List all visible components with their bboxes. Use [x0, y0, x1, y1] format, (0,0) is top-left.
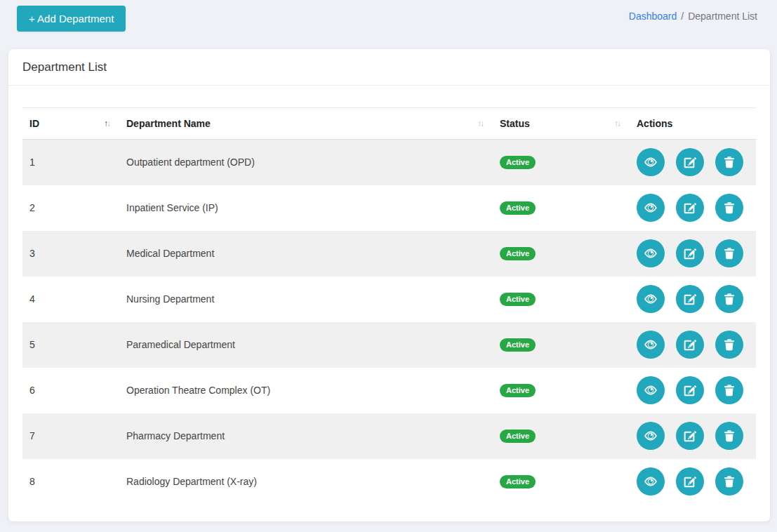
trash-icon: [722, 246, 736, 260]
status-badge: Active: [500, 430, 536, 443]
row-id: 5: [22, 322, 119, 368]
sort-icon: ↑↓: [614, 119, 620, 128]
breadcrumb-separator: /: [681, 11, 684, 22]
row-department-name: Radiology Department (X-ray): [119, 459, 493, 505]
view-button[interactable]: [637, 467, 665, 496]
edit-pencil-square-icon: [682, 429, 697, 444]
row-id: 6: [22, 368, 119, 413]
eye-icon: [643, 200, 658, 215]
table-row: 8 Radiology Department (X-ray) Active: [22, 459, 756, 505]
add-department-button[interactable]: + Add Department: [17, 6, 126, 32]
delete-button[interactable]: [715, 239, 743, 267]
column-label: Department Name: [126, 118, 211, 129]
row-id: 8: [22, 459, 119, 505]
edit-button[interactable]: [676, 239, 704, 267]
column-label: ID: [29, 118, 39, 129]
table-row: 5 Paramedical Department Active: [22, 322, 756, 368]
delete-button[interactable]: [715, 285, 743, 313]
view-button[interactable]: [637, 148, 665, 176]
view-button[interactable]: [637, 285, 665, 313]
row-id: 2: [22, 185, 119, 231]
trash-icon: [722, 201, 736, 215]
edit-pencil-square-icon: [682, 292, 697, 307]
trash-icon: [722, 292, 736, 306]
column-header-actions: Actions: [630, 108, 756, 140]
row-department-name: Nursing Department: [119, 277, 493, 322]
edit-pencil-square-icon: [682, 201, 697, 215]
table-body: 1 Outpatient department (OPD) Active: [22, 140, 756, 505]
column-header-status[interactable]: Status ↑↓: [493, 108, 630, 140]
view-button[interactable]: [637, 376, 665, 404]
view-button[interactable]: [637, 422, 665, 450]
table-row: 3 Medical Department Active: [22, 231, 756, 277]
row-id: 4: [22, 277, 119, 322]
delete-button[interactable]: [715, 331, 743, 359]
delete-button[interactable]: [715, 467, 743, 496]
edit-button[interactable]: [676, 376, 704, 404]
sort-icon: ↑↓: [477, 119, 483, 128]
eye-icon: [643, 246, 658, 261]
row-id: 7: [22, 413, 119, 459]
status-badge: Active: [500, 201, 536, 215]
view-button[interactable]: [637, 194, 665, 222]
status-badge: Active: [500, 475, 536, 488]
eye-icon: [643, 474, 658, 489]
column-label: Actions: [637, 118, 672, 129]
edit-button[interactable]: [676, 422, 704, 450]
eye-icon: [643, 337, 658, 352]
status-badge: Active: [500, 384, 536, 397]
delete-button[interactable]: [715, 376, 743, 404]
breadcrumb: Dashboard/Department List: [629, 11, 757, 22]
top-bar: + Add Department Dashboard/Department Li…: [0, 0, 777, 41]
breadcrumb-current: Department List: [688, 11, 757, 22]
trash-icon: [722, 429, 736, 443]
edit-button[interactable]: [676, 285, 704, 313]
trash-icon: [722, 383, 736, 397]
row-id: 1: [22, 140, 119, 185]
eye-icon: [643, 383, 658, 398]
status-badge: Active: [500, 293, 536, 306]
edit-button[interactable]: [676, 467, 704, 496]
table-row: 7 Pharmacy Department Active: [22, 413, 756, 459]
table-header-row: ID ↑↓ Department Name ↑↓ Status ↑↓ Actio…: [22, 108, 756, 140]
table-row: 4 Nursing Department Active: [22, 277, 756, 322]
delete-button[interactable]: [715, 422, 743, 450]
delete-button[interactable]: [715, 194, 743, 222]
row-department-name: Pharmacy Department: [119, 413, 493, 459]
card-body: ID ↑↓ Department Name ↑↓ Status ↑↓ Actio…: [8, 86, 770, 521]
table-row: 1 Outpatient department (OPD) Active: [22, 140, 756, 185]
department-list-card: Department List ID ↑↓ Department Name ↑↓: [8, 49, 770, 521]
column-header-department-name[interactable]: Department Name ↑↓: [119, 108, 493, 140]
status-badge: Active: [500, 156, 536, 169]
edit-pencil-square-icon: [682, 246, 697, 261]
page-title: Department List: [22, 60, 107, 74]
delete-button[interactable]: [715, 148, 743, 176]
row-department-name: Medical Department: [119, 231, 493, 277]
view-button[interactable]: [637, 239, 665, 267]
table-row: 2 Inpatient Service (IP) Active: [22, 185, 756, 231]
status-badge: Active: [500, 338, 536, 352]
breadcrumb-dashboard-link[interactable]: Dashboard: [629, 11, 677, 22]
table-row: 6 Operation Theatre Complex (OT) Active: [22, 368, 756, 413]
trash-icon: [722, 474, 736, 488]
row-department-name: Operation Theatre Complex (OT): [119, 368, 493, 413]
edit-pencil-square-icon: [682, 474, 697, 489]
trash-icon: [722, 338, 736, 352]
view-button[interactable]: [637, 331, 665, 359]
card-header: Department List: [8, 49, 770, 86]
department-table: ID ↑↓ Department Name ↑↓ Status ↑↓ Actio…: [22, 107, 756, 505]
row-department-name: Outpatient department (OPD): [119, 140, 493, 185]
edit-pencil-square-icon: [682, 338, 697, 352]
edit-pencil-square-icon: [682, 383, 697, 398]
edit-button[interactable]: [676, 194, 704, 222]
edit-button[interactable]: [676, 148, 704, 176]
edit-button[interactable]: [676, 331, 704, 359]
eye-icon: [643, 428, 658, 444]
sort-icon: ↑↓: [104, 119, 109, 128]
column-header-id[interactable]: ID ↑↓: [22, 108, 119, 140]
row-department-name: Inpatient Service (IP): [119, 185, 493, 231]
eye-icon: [643, 154, 658, 170]
row-department-name: Paramedical Department: [119, 322, 493, 368]
column-label: Status: [500, 118, 530, 129]
eye-icon: [643, 291, 658, 307]
